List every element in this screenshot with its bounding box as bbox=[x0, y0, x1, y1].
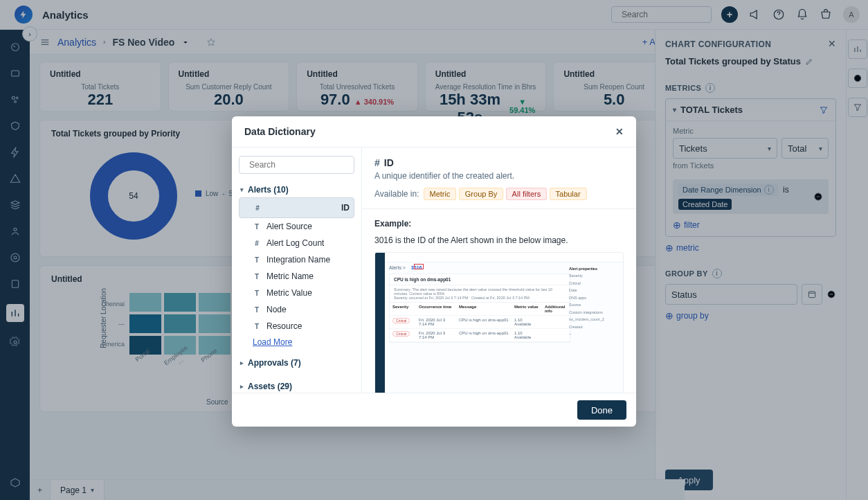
dict-field[interactable]: TIntegration Name bbox=[239, 251, 354, 268]
dict-category[interactable]: ▸Assets (29) bbox=[239, 379, 354, 393]
dict-field[interactable]: TAlert Source bbox=[239, 218, 354, 235]
dict-field[interactable]: TMetric Value bbox=[239, 285, 354, 301]
done-button[interactable]: Done bbox=[577, 400, 626, 420]
modal-overlay: Data Dictionary ✕ ▾Alerts (10) #IDTAlert… bbox=[0, 0, 868, 500]
example-image: Alerts >3016 CPU is high on dms-app01 Su… bbox=[374, 252, 624, 393]
load-more-link[interactable]: Load More bbox=[253, 337, 354, 347]
detail-desc: A unique identifier of the created alert… bbox=[374, 171, 624, 181]
dict-field[interactable]: TResource bbox=[239, 318, 354, 334]
modal-close-icon[interactable]: ✕ bbox=[615, 126, 624, 137]
example-header: Example: bbox=[374, 219, 624, 229]
detail-title: ID bbox=[384, 157, 394, 168]
dict-search[interactable] bbox=[239, 156, 354, 174]
dict-category[interactable]: ▸Approvals (7) bbox=[239, 355, 354, 370]
dict-field[interactable]: TMetric Name bbox=[239, 268, 354, 285]
modal-title: Data Dictionary bbox=[244, 126, 316, 137]
avail-pill: Tabular bbox=[550, 188, 587, 200]
dict-field[interactable]: TNode bbox=[239, 301, 354, 318]
avail-pill: Metric bbox=[424, 188, 457, 200]
avail-pill: Group By bbox=[459, 188, 503, 200]
cat-alerts[interactable]: ▾Alerts (10) bbox=[239, 182, 354, 197]
dict-field[interactable]: #ID bbox=[239, 197, 354, 218]
dictionary-detail: #ID A unique identifier of the created a… bbox=[362, 148, 636, 393]
avail-pill: All filters bbox=[506, 188, 548, 200]
dict-search-input[interactable] bbox=[249, 160, 353, 170]
dict-field[interactable]: #Alert Log Count bbox=[239, 235, 354, 251]
data-dictionary-modal: Data Dictionary ✕ ▾Alerts (10) #IDTAlert… bbox=[232, 116, 636, 427]
dictionary-tree: ▾Alerts (10) #IDTAlert Source#Alert Log … bbox=[232, 148, 362, 393]
example-caption: 3016 is the ID of the Alert shown in the… bbox=[374, 235, 624, 245]
